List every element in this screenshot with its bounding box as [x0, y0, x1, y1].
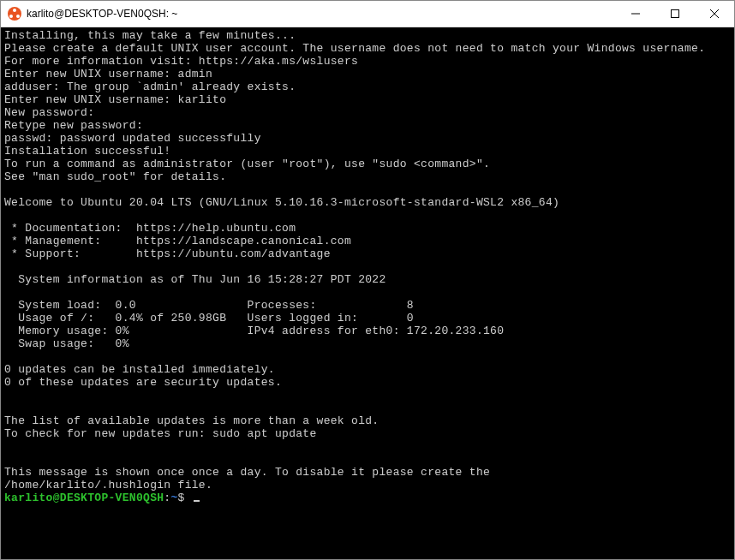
title-bar[interactable]: karlito@DESKTOP-VEN0QSH: ~ [1, 1, 734, 27]
terminal-line: Welcome to Ubuntu 20.04 LTS (GNU/Linux 5… [4, 196, 559, 209]
terminal-line: The list of available updates is more th… [4, 414, 379, 427]
terminal-line: 0 updates can be installed immediately. [4, 363, 275, 376]
terminal-line: For more information visit: https://aka.… [4, 55, 358, 68]
terminal-line: passwd: password updated successfully [4, 132, 261, 145]
ubuntu-icon [8, 7, 21, 21]
terminal-line: 0 of these updates are security updates. [4, 376, 282, 389]
maximize-button[interactable] [655, 1, 695, 27]
prompt-user-host: karlito@DESKTOP-VEN0QSH [4, 491, 164, 504]
terminal-line: To run a command as administrator (user … [4, 158, 490, 170]
terminal-line: Enter new UNIX username: admin [4, 68, 212, 80]
svg-rect-1 [672, 10, 679, 18]
terminal-line: Retype new password: [4, 119, 143, 132]
terminal-line: Memory usage: 0% IPv4 address for eth0: … [4, 325, 504, 337]
terminal-line: To check for new updates run: sudo apt u… [4, 427, 317, 440]
terminal-line: Please create a default UNIX user accoun… [4, 42, 705, 55]
terminal-line: System information as of Thu Jun 16 15:2… [4, 273, 386, 286]
terminal-line: Installing, this may take a few minutes.… [4, 29, 296, 42]
terminal-line: adduser: The group `admin' already exist… [4, 80, 296, 93]
terminal-window: karlito@DESKTOP-VEN0QSH: ~ Installing, t… [0, 0, 735, 560]
close-button[interactable] [695, 1, 734, 27]
cursor [194, 500, 200, 502]
terminal-line: See "man sudo_root" for details. [4, 170, 226, 183]
window-controls [616, 1, 734, 27]
minimize-button[interactable] [616, 1, 655, 27]
terminal-line: * Documentation: https://help.ubuntu.com [4, 222, 296, 235]
window-title: karlito@DESKTOP-VEN0QSH: ~ [27, 8, 616, 20]
terminal-line: Installation successful! [4, 145, 170, 158]
terminal-line: Usage of /: 0.4% of 250.98GB Users logge… [4, 312, 414, 325]
terminal-line: System load: 0.0 Processes: 8 [4, 299, 414, 312]
terminal-line: * Support: https://ubuntu.com/advantage [4, 247, 331, 260]
terminal-line: New password: [4, 106, 94, 119]
prompt-path: ~ [170, 491, 177, 504]
terminal-line: * Management: https://landscape.canonica… [4, 235, 351, 247]
terminal-line: Enter new UNIX username: karlito [4, 93, 226, 106]
terminal-line: This message is shown once once a day. T… [4, 466, 490, 479]
terminal-content[interactable]: Installing, this may take a few minutes.… [1, 27, 734, 559]
prompt-suffix: $ [178, 491, 192, 504]
terminal-line: Swap usage: 0% [4, 337, 129, 350]
terminal-line: /home/karlito/.hushlogin file. [4, 479, 212, 491]
